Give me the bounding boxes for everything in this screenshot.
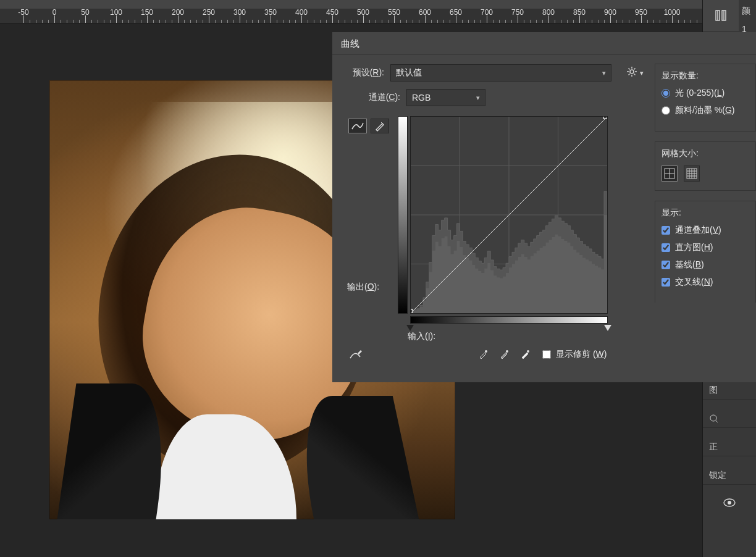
svg-line-5 <box>716 421 718 422</box>
channel-label: 通道(C): <box>340 92 400 103</box>
gear-icon[interactable]: ▾ <box>626 66 644 80</box>
svg-point-18 <box>630 70 634 73</box>
panel-tab-label[interactable]: 颜1 <box>739 0 756 21</box>
grid-4x4-button[interactable] <box>662 165 678 182</box>
panel-row[interactable] <box>703 408 756 428</box>
svg-point-37 <box>485 350 487 353</box>
channel-select[interactable]: RGB▾ <box>406 89 485 106</box>
grid-size-group: 网格大小: <box>655 141 756 191</box>
gray-point-eyedropper[interactable] <box>498 348 510 361</box>
curve-point-tool[interactable] <box>348 119 367 133</box>
black-point-slider[interactable] <box>406 325 414 331</box>
curve-pencil-tool[interactable] <box>371 119 389 133</box>
show-clipping-checkbox[interactable]: 显示修剪 (W) <box>542 349 607 360</box>
black-point-eyedropper[interactable] <box>477 348 489 361</box>
svg-point-39 <box>527 350 529 353</box>
radio-light[interactable]: 光 (0-255)(L) <box>662 88 750 99</box>
svg-line-23 <box>629 69 630 70</box>
svg-line-26 <box>629 74 630 75</box>
radio-pigment[interactable]: 颜料/油墨 %(G) <box>662 105 750 116</box>
output-gradient <box>398 116 408 314</box>
check-channel-overlay[interactable]: 通道叠加(V) <box>662 225 750 236</box>
svg-rect-35 <box>411 309 413 313</box>
input-gradient <box>410 316 608 324</box>
horizontal-ruler: -500501001502002503003504004505005506006… <box>0 9 702 23</box>
svg-line-25 <box>634 69 636 70</box>
white-point-slider[interactable] <box>604 325 611 331</box>
svg-line-24 <box>634 74 636 75</box>
output-label: 输出(O): <box>347 282 379 293</box>
curve-graph[interactable] <box>398 116 608 323</box>
layer-visibility-icon[interactable] <box>703 493 756 512</box>
dialog-title: 曲线 <box>332 32 756 55</box>
check-intersection[interactable]: 交叉线(N) <box>662 277 750 288</box>
input-label: 输入(I): <box>408 331 435 342</box>
svg-point-4 <box>710 415 716 421</box>
panel-row[interactable]: 锁定 <box>703 465 756 485</box>
svg-rect-36 <box>603 117 607 119</box>
display-amount-group: 显示数量: 光 (0-255)(L) 颜料/油墨 %(G) <box>655 64 756 132</box>
preset-label: 预设(R): <box>347 67 384 78</box>
svg-point-38 <box>506 350 508 353</box>
white-point-eyedropper[interactable] <box>519 348 531 361</box>
show-options-group: 显示: 通道叠加(V) 直方图(H) 基线(B) 交叉线(N) <box>655 201 756 303</box>
check-baseline[interactable]: 基线(B) <box>662 259 750 270</box>
grid-10x10-button[interactable] <box>684 165 700 182</box>
preset-select[interactable]: 默认值▾ <box>390 64 611 82</box>
targeted-adjustment-tool[interactable] <box>348 347 366 362</box>
panel-row[interactable]: 图 <box>703 380 756 400</box>
check-histogram[interactable]: 直方图(H) <box>662 242 750 253</box>
panel-row[interactable]: 正 <box>703 437 756 456</box>
svg-point-7 <box>728 501 731 505</box>
panel-icon[interactable] <box>703 0 739 31</box>
